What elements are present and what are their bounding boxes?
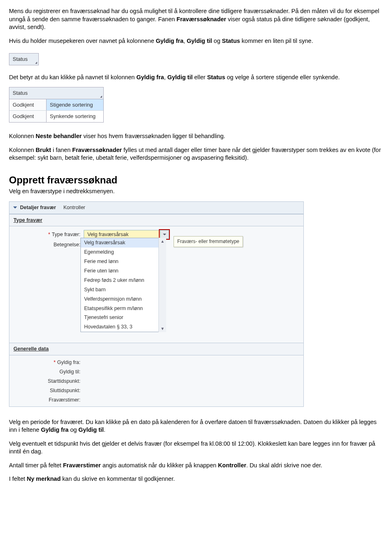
paragraph-2: Hvis du holder musepekeren over navnet p… xyxy=(9,37,383,45)
dropdown-option[interactable]: Ferie uten lønn xyxy=(81,266,166,276)
sort-ascending-option[interactable]: Stigende sortering xyxy=(47,99,103,111)
paragraph-1: Mens du registrerer en fraværssøknad har… xyxy=(9,7,383,31)
dropdown-button[interactable] xyxy=(160,230,169,239)
paragraph-9: Antall timer på feltet Fraværstimer angi… xyxy=(9,462,383,470)
paragraph-7: Velg en periode for fraværet. Du kan kli… xyxy=(9,418,383,434)
sort-row-status: Godkjent xyxy=(9,111,47,122)
heading-opprett: Opprett fraværssøknad xyxy=(9,174,383,187)
row-gyldig-fra: *Gyldig fra: xyxy=(13,358,299,367)
dropdown-option[interactable]: Hovedavtalen § 33, 3 xyxy=(81,322,166,332)
row-gyldig-til: Gyldig til: xyxy=(13,367,299,377)
sort-menu: Status Godkjent Stigende sortering Godkj… xyxy=(9,87,104,123)
kontroller-button[interactable]: Kontroller xyxy=(63,204,85,211)
sort-menu-header[interactable]: Status xyxy=(9,87,103,99)
status-header-cell[interactable]: Status xyxy=(9,53,39,65)
dropdown-option[interactable]: Egenmelding xyxy=(81,248,166,257)
dropdown-scrollbar[interactable]: ▲ ▼ xyxy=(158,238,166,332)
paragraph-3: Det betyr at du kan klikke på navnet til… xyxy=(9,74,383,82)
absence-form: Detaljer fravær Kontroller Type fravær *… xyxy=(9,201,304,407)
section-generelle-data: Generelle data xyxy=(9,343,303,355)
paragraph-4: Kolonnen Neste behandler viser hos hvem … xyxy=(9,132,383,141)
collapse-toggle[interactable]: Detaljer fravær xyxy=(13,204,56,211)
scroll-up-icon: ▲ xyxy=(160,238,165,245)
dropdown-option[interactable]: Fedrep føds 2 uker m/lønn xyxy=(81,276,166,285)
dropdown-option[interactable]: Sykt barn xyxy=(81,285,166,295)
section-generelle-body: *Gyldig fra: Gyldig til: Starttidspunkt:… xyxy=(9,355,303,406)
type-fravaer-dropdown: Velg fraværsårsak Egenmelding Ferie med … xyxy=(80,238,166,332)
row-starttid: Starttidspunkt: xyxy=(13,377,299,386)
chevron-down-icon xyxy=(163,232,167,237)
sort-menu-row: Godkjent Synkende sortering xyxy=(9,111,103,122)
dropdown-option[interactable]: Etatspesifikk perm m/lønn xyxy=(81,304,166,313)
sort-menu-row: Godkjent Stigende sortering xyxy=(9,99,103,111)
status-header-label: Status xyxy=(13,56,28,62)
tooltip: Fraværs- eller fremmøtetype xyxy=(174,236,243,247)
paragraph-8: Velg eventuelt et tidspunkt hvis det gje… xyxy=(9,440,383,456)
dropdown-option[interactable]: Velferdspermisjon m/lønn xyxy=(81,295,166,304)
section-type-fravaer: Type fravær xyxy=(9,214,303,227)
paragraph-6: Velg en fraværstype i nedtrekksmenyen. xyxy=(9,187,383,196)
required-marker: * xyxy=(53,359,57,365)
form-toolbar: Detaljer fravær Kontroller xyxy=(9,202,303,214)
row-sluttid: Sluttidspunkt: xyxy=(13,386,299,395)
paragraph-5: Kolonnen Brukt i fanen Fraværssøknader f… xyxy=(9,146,383,162)
sort-descending-option[interactable]: Synkende sortering xyxy=(47,111,103,122)
required-marker: * xyxy=(48,232,52,237)
chevron-down-icon xyxy=(13,205,18,210)
dropdown-option[interactable]: Ferie med lønn xyxy=(81,257,166,266)
dropdown-option[interactable]: Velg fraværsårsak xyxy=(81,238,166,248)
section-type-body: *Type fravær: Velg fraværsårsak Betegnel… xyxy=(9,226,303,251)
scroll-down-icon: ▼ xyxy=(160,325,165,333)
paragraph-10: I feltet Ny merknad kan du skrive en kom… xyxy=(9,475,383,483)
sort-row-status: Godkjent xyxy=(9,99,47,111)
row-fravaerstimer: Fraværstimer: xyxy=(13,395,299,405)
dropdown-option[interactable]: Tjenestefri senior xyxy=(81,313,166,322)
